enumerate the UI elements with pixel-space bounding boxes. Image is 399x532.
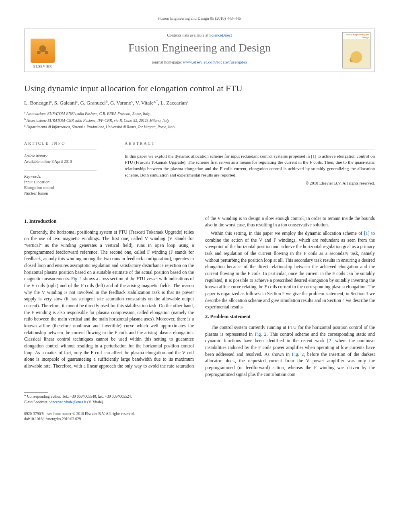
figure-link[interactable]: Fig. 1	[71, 276, 82, 281]
sciencedirect-link[interactable]: ScienceDirect	[209, 33, 232, 37]
email-footnote: E-mail address: vincenzo.vitale@enea.it …	[24, 400, 193, 405]
author: G. Granuccib	[80, 100, 107, 106]
author corresponding-author: V. Vitalea,*	[136, 100, 158, 106]
journal-cover-block: Fusion Engineering and Design	[338, 29, 374, 72]
history-label: Article history:	[24, 153, 113, 159]
author-list: L. Boncagnia, S. Galeanic, G. Granuccib,…	[24, 99, 375, 106]
journal-cover-label: Fusion Engineering and Design	[344, 33, 369, 39]
keywords-block: Keywords: Input allocation Elongation co…	[24, 174, 113, 196]
elsevier-tree-icon	[31, 39, 55, 63]
abstract-copyright: © 2010 Elsevier B.V. All rights reserved…	[125, 181, 375, 185]
homepage-prefix: journal homepage:	[152, 60, 183, 64]
article-info-head: article info	[24, 141, 113, 146]
footnote-rule	[24, 392, 48, 392]
body-paragraph: Within this setting, in this paper we em…	[205, 230, 375, 310]
running-head: Fusion Engineering and Design 85 (2010) …	[24, 16, 375, 21]
abstract-text: In this paper we exploit the dynamic all…	[125, 153, 375, 179]
keyword: Elongation control	[24, 185, 113, 191]
affiliation: cDipartimento di Informatica, Sistemi e …	[24, 123, 375, 130]
keywords-label: Keywords:	[24, 174, 113, 179]
article-history: Article history: Available online 8 Apri…	[24, 153, 113, 164]
author: L. Boncagnia	[24, 100, 51, 106]
email-link[interactable]: vincenzo.vitale@enea.it	[49, 400, 86, 404]
divider	[24, 137, 375, 137]
citation-link[interactable]: [2]	[327, 338, 332, 343]
section-heading: 1. Introduction	[24, 218, 194, 225]
abstract-column: abstract In this paper we exploit the dy…	[125, 141, 375, 202]
history-line: Available online 8 April 2010	[24, 159, 113, 164]
author: S. Galeanic	[54, 100, 78, 106]
doi-line: doi:10.1016/j.fusengdes.2010.03.029	[24, 417, 375, 422]
figure-link[interactable]: Fig. 2	[255, 332, 266, 337]
citation-link[interactable]: [1]	[364, 231, 369, 236]
issn-copyright-line: 0920-3796/$ – see front matter © 2010 El…	[24, 411, 375, 417]
publisher-name: ELSEVIER	[33, 64, 52, 68]
affiliations: aAssociazione EURATOM-ENEA sulla Fusione…	[24, 110, 375, 130]
author: L. Zaccarianc	[160, 100, 189, 106]
journal-homepage-link[interactable]: www.elsevier.com/locate/fusengdes	[183, 60, 247, 64]
body-paragraph: The control system currently running at …	[205, 324, 375, 378]
section-heading: 2. Problem statement	[205, 313, 375, 320]
corresponding-author-footnote: * Corresponding author. Tel.: +39 069400…	[24, 394, 193, 399]
affiliation: bAssociazione EURATOM-CNR sulla Fusione,…	[24, 117, 375, 123]
footnotes: * Corresponding author. Tel.: +39 069400…	[24, 390, 193, 405]
keyword: Nuclear fusion	[24, 191, 113, 196]
figure-link[interactable]: Fig. 2	[292, 352, 304, 357]
divider	[24, 207, 375, 207]
article-body: 1. Introduction Currently, the horizonta…	[24, 215, 375, 378]
bottom-metadata: 0920-3796/$ – see front matter © 2010 El…	[24, 411, 375, 422]
journal-homepage-line: journal homepage: www.elsevier.com/locat…	[64, 60, 335, 64]
affiliation: aAssociazione EURATOM-ENEA sulla Fusione…	[24, 110, 375, 117]
contents-prefix: Contents lists available at	[167, 33, 209, 37]
abstract-head: abstract	[125, 141, 375, 146]
journal-cover-thumbnail: Fusion Engineering and Design	[342, 32, 370, 68]
publisher-block: ELSEVIER	[25, 29, 61, 72]
corresponding-author-link[interactable]: a,*	[154, 99, 158, 103]
citation-link[interactable]: [1]	[311, 154, 316, 158]
author: G. Varanoc	[110, 100, 133, 106]
contents-list-line: Contents lists available at ScienceDirec…	[64, 33, 335, 37]
journal-masthead: ELSEVIER Contents lists available at Sci…	[24, 29, 375, 72]
journal-title: Fusion Engineering and Design	[64, 41, 335, 54]
keyword: Input allocation	[24, 179, 113, 185]
article-info-column: article info Article history: Available …	[24, 141, 113, 202]
article-title: Using dynamic input allocation for elong…	[24, 83, 375, 94]
